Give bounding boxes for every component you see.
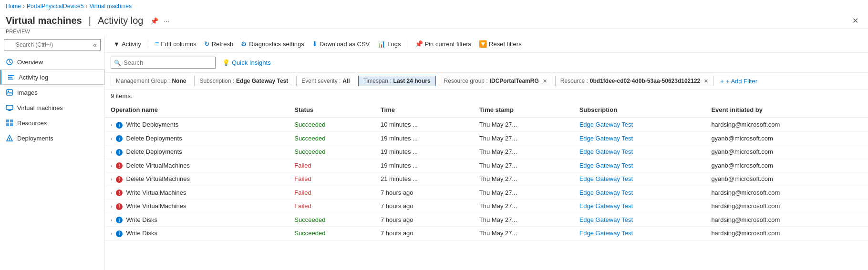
subscription-link[interactable]: Edge Gateway Test — [579, 121, 633, 128]
more-icon[interactable]: ··· — [163, 16, 171, 26]
svg-rect-11 — [6, 123, 9, 126]
chip-timespan[interactable]: Timespan : Last 24 hours — [358, 76, 436, 86]
cell-time: 19 minutes ... — [375, 131, 474, 145]
refresh-icon: ↻ — [204, 40, 210, 48]
row-expand-button[interactable]: › — [111, 136, 112, 141]
subscription-link[interactable]: Edge Gateway Test — [579, 230, 633, 237]
sidebar-item-resources[interactable]: Resources — [0, 115, 104, 130]
col-operation: Operation name — [105, 102, 289, 118]
row-expand-button[interactable]: › — [111, 177, 112, 182]
edit-columns-button[interactable]: ≡ Edit columns — [152, 38, 199, 50]
sidebar-item-activity-log[interactable]: Activity log — [0, 70, 104, 85]
title-separator: | — [89, 15, 91, 26]
add-filter-button[interactable]: + + Add Filter — [716, 76, 761, 86]
subscription-link[interactable]: Edge Gateway Test — [579, 148, 633, 155]
breadcrumb: Home › PortalPhysicalDevice5 › Virtual m… — [0, 0, 868, 12]
breadcrumb-portal[interactable]: PortalPhysicalDevice5 — [27, 3, 83, 10]
diagnostics-button[interactable]: ⚙ Diagnostics settings — [238, 38, 307, 50]
breadcrumb-vms[interactable]: Virtual machines — [89, 3, 132, 10]
cell-initiated-by: hardsing@microsoft.com — [705, 118, 868, 131]
table-header: Operation name Status Time Time stamp Su… — [105, 102, 868, 118]
logs-label: Logs — [387, 40, 401, 48]
images-icon — [6, 89, 13, 96]
refresh-button[interactable]: ↻ Refresh — [201, 38, 237, 50]
table-area: 9 items. Operation name Status Time Time… — [105, 90, 868, 270]
add-filter-icon: + — [720, 78, 724, 85]
subscription-link[interactable]: Edge Gateway Test — [579, 135, 633, 142]
download-csv-button[interactable]: ⬇ Download as CSV — [309, 38, 373, 50]
sidebar-item-deployments[interactable]: Deployments — [0, 130, 104, 146]
diagnostics-icon: ⚙ — [241, 40, 247, 48]
chip-sev-label: Event severity : — [301, 78, 341, 84]
cell-subscription: Edge Gateway Test — [574, 213, 706, 227]
activity-dropdown-label: Activity — [122, 40, 141, 48]
col-initiated-by: Event initiated by — [705, 102, 868, 118]
chip-res-label: Resource : — [560, 78, 588, 84]
chip-sev-value: All — [342, 78, 350, 84]
chip-resource[interactable]: Resource : 0bd1fdee-cd02-4d0b-53aa-50623… — [555, 76, 714, 86]
chip-subscription[interactable]: Subscription : Edge Gateway Test — [194, 76, 293, 86]
row-expand-button[interactable]: › — [111, 231, 112, 236]
cell-operation: › i Write Deployments — [105, 118, 289, 131]
subscription-link[interactable]: Edge Gateway Test — [579, 175, 633, 182]
overview-icon — [6, 58, 13, 66]
subscription-link[interactable]: Edge Gateway Test — [579, 216, 633, 223]
chip-management-group[interactable]: Management Group : None — [111, 76, 191, 86]
cell-status: Succeeded — [289, 213, 375, 227]
chip-time-label: Timespan : — [363, 78, 392, 84]
col-time: Time — [375, 102, 474, 118]
sidebar-item-overview[interactable]: Overview — [0, 54, 104, 70]
cell-initiated-by: hardsing@microsoft.com — [705, 200, 868, 213]
chip-event-severity[interactable]: Event severity : All — [296, 76, 355, 86]
sidebar-item-virtual-machines[interactable]: Virtual machines — [0, 100, 104, 115]
quick-insights-button[interactable]: 💡 Quick Insights — [219, 57, 274, 68]
subscription-link[interactable]: Edge Gateway Test — [579, 162, 633, 169]
sidebar-item-images[interactable]: Images — [0, 85, 104, 100]
table-row: › i Delete Deployments Succeeded 19 minu… — [105, 145, 868, 159]
logs-button[interactable]: 📊 Logs — [374, 38, 403, 50]
sidebar-collapse-button[interactable]: « — [93, 41, 97, 49]
svg-rect-8 — [8, 110, 11, 111]
cell-time: 7 hours ago — [375, 227, 474, 240]
cell-initiated-by: gyanb@microsoft.com — [705, 159, 868, 172]
page-title: Virtual machines — [6, 15, 82, 26]
reset-filters-icon: 🔽 — [479, 40, 487, 48]
row-expand-button[interactable]: › — [111, 204, 112, 209]
row-expand-button[interactable]: › — [111, 218, 112, 223]
cell-time: 7 hours ago — [375, 200, 474, 213]
cell-operation: › ! Delete VirtualMachines — [105, 172, 289, 186]
filter-search-input[interactable] — [111, 57, 216, 69]
col-timestamp: Time stamp — [474, 102, 574, 118]
sidebar-search-input[interactable] — [4, 39, 101, 50]
cell-operation: › i Delete Deployments — [105, 145, 289, 159]
close-button[interactable]: ✕ — [848, 14, 862, 27]
breadcrumb-home[interactable]: Home — [6, 3, 21, 10]
chip-res-remove[interactable]: ✕ — [704, 78, 708, 84]
cell-subscription: Edge Gateway Test — [574, 200, 706, 213]
chip-resource-group[interactable]: Resource group : IDCPortalTeamRG ✕ — [439, 76, 552, 86]
pin-icon[interactable]: 📌 — [149, 16, 159, 26]
deployments-icon — [6, 134, 13, 142]
cell-status: Failed — [289, 172, 375, 186]
subscription-link[interactable]: Edge Gateway Test — [579, 202, 633, 210]
cell-initiated-by: gyanb@microsoft.com — [705, 145, 868, 159]
row-expand-button[interactable]: › — [111, 163, 112, 169]
row-expand-button[interactable]: › — [111, 190, 112, 196]
cell-initiated-by: hardsing@microsoft.com — [705, 186, 868, 200]
cell-status: Succeeded — [289, 145, 375, 159]
cell-operation: › i Write Disks — [105, 227, 289, 240]
pin-filters-button[interactable]: 📌 Pin current filters — [412, 38, 475, 50]
page-subtitle: Activity log — [98, 15, 144, 26]
row-expand-button[interactable]: › — [111, 150, 112, 155]
row-status-icon: i — [116, 230, 123, 237]
activity-log-icon — [7, 73, 15, 81]
chip-rg-remove[interactable]: ✕ — [543, 78, 547, 84]
cell-subscription: Edge Gateway Test — [574, 131, 706, 145]
subscription-link[interactable]: Edge Gateway Test — [579, 189, 633, 196]
page-header: Virtual machines | Activity log 📌 ··· ✕ — [0, 12, 868, 29]
row-expand-button[interactable]: › — [111, 122, 112, 128]
activity-dropdown-button[interactable]: ▼ Activity — [111, 39, 144, 50]
header-actions: 📌 ··· — [149, 16, 171, 26]
reset-filters-button[interactable]: 🔽 Reset filters — [476, 38, 525, 50]
cell-timestamp: Thu May 27... — [474, 118, 574, 131]
